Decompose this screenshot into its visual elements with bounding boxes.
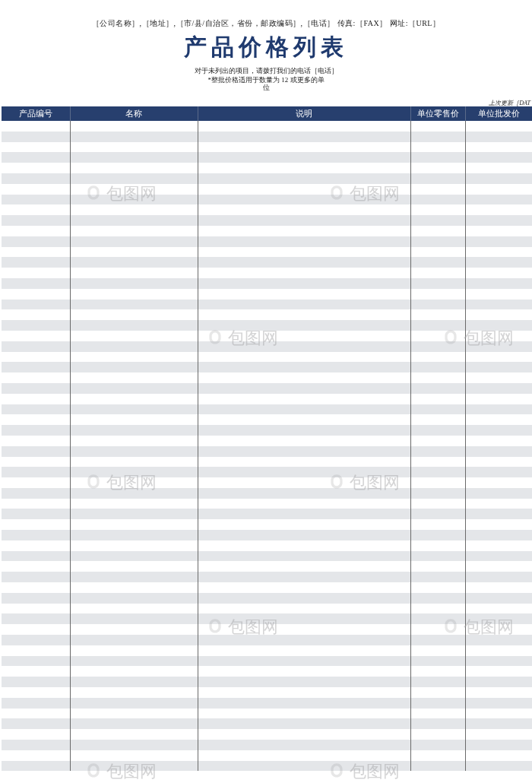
table-cell [2,687,70,698]
table-cell [465,635,532,645]
table-cell [2,268,70,278]
table-cell [2,195,70,205]
table-cell [410,121,465,132]
table-row [2,561,532,572]
table-cell [2,331,70,341]
table-cell [465,519,532,530]
table-cell [70,572,198,582]
table-cell [198,666,410,677]
table-cell [410,572,465,582]
table-cell [198,132,410,142]
subtitle-bulk: *整批价格适用于数量为 12 或更多的单 位 [0,77,532,92]
table-cell [2,247,70,258]
table-cell [465,687,532,698]
table-row [2,341,532,352]
table-cell [198,414,410,425]
table-cell [465,195,532,205]
table-cell [410,394,465,404]
table-cell [410,278,465,289]
table-cell [465,551,532,562]
table-cell [70,613,198,624]
table-cell [70,163,198,173]
table-cell [2,414,70,425]
table-row [2,268,532,278]
table-cell [2,383,70,394]
table-cell [198,709,410,719]
table-cell [465,132,532,142]
table-cell [410,247,465,258]
table-cell [70,604,198,614]
table-cell [70,215,198,226]
table-cell [70,383,198,394]
table-cell [2,352,70,363]
table-cell [198,687,410,698]
table-cell [465,624,532,635]
table-cell [198,173,410,184]
table-row [2,750,532,761]
table-row [2,519,532,530]
table-cell [70,561,198,572]
table-cell [70,530,198,540]
table-cell [2,509,70,519]
table-cell [2,530,70,540]
table-cell [465,467,532,477]
table-cell [70,278,198,289]
table-cell [70,257,198,268]
table-cell [465,530,532,540]
table-cell [465,709,532,719]
table-cell [410,519,465,530]
table-cell [2,300,70,310]
table-row [2,613,532,624]
table-cell [410,352,465,363]
table-cell [410,204,465,215]
table-cell [2,404,70,415]
table-cell [410,236,465,247]
company-info: ［公司名称］,［地址］,［市/县/自治区，省份，邮政编码］,［电话］ 传真:［F… [0,18,532,29]
table-cell [465,645,532,656]
table-cell [198,645,410,656]
table-cell [2,457,70,468]
table-row [2,226,532,236]
table-cell [70,593,198,604]
table-cell [2,372,70,383]
table-cell [198,750,410,761]
table-row [2,247,532,258]
table-row [2,132,532,142]
table-cell [410,540,465,551]
table-cell [465,656,532,667]
table-cell [70,729,198,740]
table-cell [70,499,198,509]
table-cell [198,488,410,499]
table-row [2,425,532,436]
table-cell [198,331,410,341]
table-cell [70,509,198,519]
table-cell [198,613,410,624]
table-row [2,687,532,698]
table-cell [465,604,532,614]
table-row [2,394,532,404]
table-row [2,709,532,719]
table-cell [198,204,410,215]
table-cell [2,394,70,404]
table-row [2,467,532,477]
table-cell [2,551,70,562]
table-cell [465,341,532,352]
table-cell [465,761,532,772]
table-row [2,215,532,226]
table-cell [70,645,198,656]
table-cell [465,509,532,519]
table-cell [2,278,70,289]
table-cell [410,729,465,740]
table-cell [2,309,70,320]
table-cell [410,666,465,677]
table-cell [2,604,70,614]
table-cell [2,152,70,163]
table-cell [410,457,465,468]
table-cell [70,750,198,761]
table-cell [465,718,532,729]
table-cell [410,446,465,457]
table-row [2,509,532,519]
table-cell [2,121,70,132]
table-row [2,666,532,677]
table-cell [2,613,70,624]
